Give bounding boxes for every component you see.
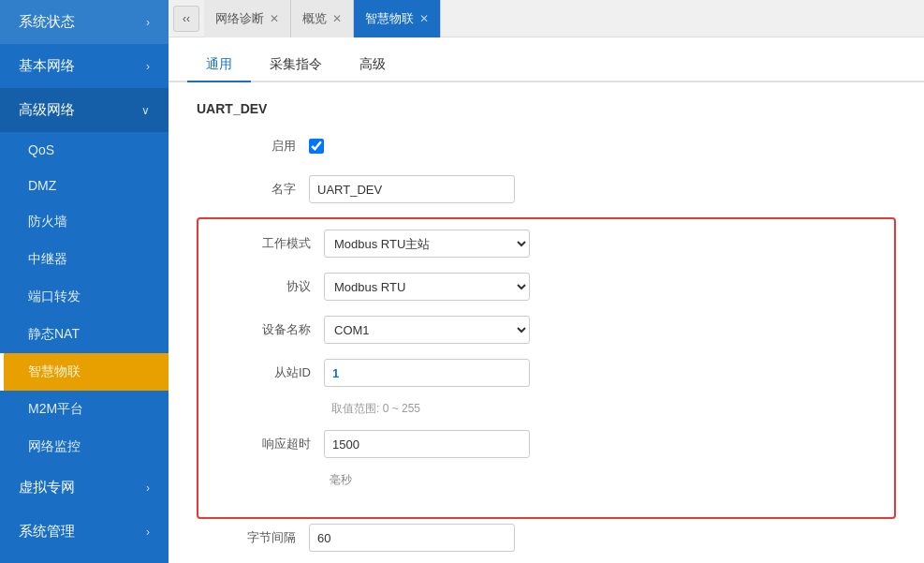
enable-label: 启用 <box>197 138 309 155</box>
tab-close-icon[interactable]: ✕ <box>270 12 279 25</box>
enable-row: 启用 <box>197 131 896 161</box>
tab-close-icon[interactable]: ✕ <box>332 12 342 25</box>
tab-network-diag[interactable]: 网络诊断 ✕ <box>204 0 291 37</box>
tab-label: 智慧物联 <box>365 10 414 27</box>
content-area: 通用 采集指令 高级 UART_DEV 启用 名字 <box>169 37 924 563</box>
sidebar-item-vpn[interactable]: 虚拟专网 › <box>0 466 169 510</box>
sidebar-sub-label: 网络监控 <box>28 438 81 455</box>
sidebar-arrow: › <box>146 16 150 29</box>
tab-nav-back[interactable]: ‹‹ <box>173 6 199 32</box>
slave-id-row: 从站ID <box>212 358 881 388</box>
byte-interval-label: 字节间隔 <box>197 529 309 546</box>
sidebar-item-system-mgmt[interactable]: 系统管理 › <box>0 510 169 554</box>
tab-label: 网络诊断 <box>215 10 264 27</box>
sidebar-sub-label: 防火墙 <box>28 214 67 230</box>
sub-tabs: 通用 采集指令 高级 <box>169 37 924 82</box>
response-timeout-label: 响应超时 <box>212 436 324 452</box>
response-timeout-unit-row: 毫秒 <box>212 465 881 495</box>
sidebar-sub-label: 静态NAT <box>28 326 80 343</box>
byte-interval-unit-row: 毫秒 <box>197 558 896 563</box>
slave-id-input[interactable] <box>324 359 530 387</box>
sidebar-sub-label: DMZ <box>28 178 56 193</box>
protocol-row: 协议 Modbus RTU Modbus TCP 自定义 <box>212 272 881 302</box>
sidebar-arrow: ∨ <box>141 104 150 117</box>
sidebar-item-basic-network[interactable]: 基本网络 › <box>0 44 169 88</box>
name-control <box>309 175 515 203</box>
slave-id-control <box>324 359 530 387</box>
sidebar-item-label: 虚拟专网 <box>19 479 75 496</box>
sidebar-sub-item-static-nat[interactable]: 静态NAT <box>0 316 169 353</box>
name-label: 名字 <box>197 181 309 198</box>
protocol-control: Modbus RTU Modbus TCP 自定义 <box>324 273 530 301</box>
sidebar-item-logout[interactable]: 退出 <box>0 554 169 563</box>
sidebar-sub-item-m2m[interactable]: M2M平台 <box>0 391 169 428</box>
sidebar-item-label: 系统状态 <box>19 13 75 31</box>
byte-interval-row: 字节间隔 <box>197 523 896 553</box>
work-mode-row: 工作模式 Modbus RTU主站 Modbus TCP主站 从站 <box>212 229 881 259</box>
work-mode-label: 工作模式 <box>212 235 324 252</box>
byte-interval-control <box>309 524 515 552</box>
sidebar-sub-item-iot[interactable]: 智慧物联 <box>0 353 169 391</box>
response-timeout-input[interactable] <box>324 430 530 458</box>
sidebar-item-label: 系统管理 <box>19 523 75 541</box>
device-name-control: COM1 COM2 ETH0 <box>324 316 530 344</box>
work-mode-control: Modbus RTU主站 Modbus TCP主站 从站 <box>324 230 530 258</box>
sidebar-arrow: › <box>146 526 150 539</box>
enable-checkbox[interactable] <box>309 139 324 154</box>
sidebar-sub-item-port-forward[interactable]: 端口转发 <box>0 278 169 316</box>
slave-id-label: 从站ID <box>212 364 324 381</box>
byte-interval-input[interactable] <box>309 524 515 552</box>
sub-tab-advanced[interactable]: 高级 <box>341 49 404 82</box>
device-name-label: 设备名称 <box>212 321 324 338</box>
sidebar-sub-item-network-monitor[interactable]: 网络监控 <box>0 428 169 466</box>
slave-id-hint-row: 取值范围: 0 ~ 255 <box>212 393 881 423</box>
protocol-label: 协议 <box>212 278 324 295</box>
sidebar-sub-item-relay[interactable]: 中继器 <box>0 241 169 278</box>
sidebar: 系统状态 › 基本网络 › 高级网络 ∨ QoS DMZ 防火墙 中继器 端口转… <box>0 0 169 563</box>
sidebar-item-system-status[interactable]: 系统状态 › <box>0 0 169 44</box>
tabs-bar: ‹‹ 网络诊断 ✕ 概览 ✕ 智慧物联 ✕ <box>169 0 924 37</box>
name-input[interactable] <box>309 175 515 203</box>
sidebar-sub-label: QoS <box>28 142 54 157</box>
sidebar-sub-item-dmz[interactable]: DMZ <box>0 168 169 203</box>
sub-tab-collection[interactable]: 采集指令 <box>251 49 341 82</box>
sidebar-sub-label: M2M平台 <box>28 401 83 418</box>
red-border-section: 工作模式 Modbus RTU主站 Modbus TCP主站 从站 协议 <box>197 217 896 519</box>
enable-control <box>309 139 515 154</box>
tab-overview[interactable]: 概览 ✕ <box>291 0 354 37</box>
sidebar-arrow: › <box>146 482 150 495</box>
sidebar-sub-item-qos[interactable]: QoS <box>0 132 169 168</box>
response-timeout-unit: 毫秒 <box>330 472 352 488</box>
tab-iot[interactable]: 智慧物联 ✕ <box>354 0 441 37</box>
name-row: 名字 <box>197 174 896 204</box>
slave-id-hint: 取值范围: 0 ~ 255 <box>331 401 420 417</box>
sidebar-sub-label: 端口转发 <box>28 289 81 305</box>
sidebar-sub-label: 中继器 <box>28 251 67 268</box>
protocol-select[interactable]: Modbus RTU Modbus TCP 自定义 <box>324 273 530 301</box>
sidebar-item-label: 高级网络 <box>19 101 75 119</box>
sidebar-item-advanced-network[interactable]: 高级网络 ∨ <box>0 88 169 132</box>
section-title: UART_DEV <box>197 101 896 116</box>
sidebar-sub-item-firewall[interactable]: 防火墙 <box>0 203 169 241</box>
sidebar-sub-label: 智慧物联 <box>28 363 81 380</box>
sidebar-item-label: 基本网络 <box>19 57 75 75</box>
device-name-row: 设备名称 COM1 COM2 ETH0 <box>212 315 881 345</box>
tab-close-icon[interactable]: ✕ <box>419 12 429 25</box>
device-name-select[interactable]: COM1 COM2 ETH0 <box>324 316 530 344</box>
form-area: UART_DEV 启用 名字 工作模式 <box>169 82 924 563</box>
response-timeout-control <box>324 430 530 458</box>
main-area: ‹‹ 网络诊断 ✕ 概览 ✕ 智慧物联 ✕ 通用 采集指令 高级 <box>169 0 924 563</box>
sub-tab-general[interactable]: 通用 <box>187 49 251 82</box>
sidebar-arrow: › <box>146 60 150 73</box>
tab-label: 概览 <box>302 10 327 27</box>
work-mode-select[interactable]: Modbus RTU主站 Modbus TCP主站 从站 <box>324 230 530 258</box>
response-timeout-row: 响应超时 <box>212 429 881 459</box>
